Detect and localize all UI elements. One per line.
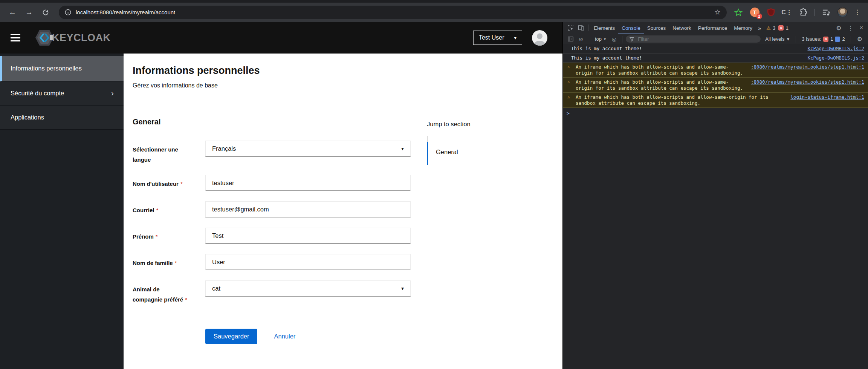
page-title: Informations personnelles [133,65,562,77]
console-warning-row: ⚠ :8080/realms/myrealm…ookies/step2.html… [563,78,868,93]
warning-source-link[interactable]: login-status-iframe.html:1 [790,94,864,100]
toolbar-separator [589,36,589,43]
lastname-label: Nom de famille* [133,254,205,270]
user-menu-dropdown[interactable]: Test User ▾ [473,31,522,45]
extensions-puzzle-icon[interactable] [798,8,808,17]
site-info-icon[interactable] [65,9,71,15]
javascript-context-dropdown[interactable]: top ▾ [593,36,608,42]
tab-performance[interactable]: Performance [695,22,730,34]
page-subtitle: Gérez vos informations de base [133,82,562,89]
locale-select-value: Français [212,145,236,152]
personal-info-form: Sélectionner une langue Français ▾ [133,141,420,344]
console-filter[interactable] [626,35,761,43]
devtools-settings-gear-icon[interactable]: ⚙ [833,24,844,32]
lastname-field[interactable] [205,254,411,270]
keycloak-logo: KEYCLOAK [35,29,111,46]
shield-extension-icon[interactable] [766,8,776,17]
console-settings-gear-icon[interactable]: ⚙ [854,35,865,43]
url-text: localhost:8080/realms/myrealm/account [76,9,175,15]
sidebar-item-account-security[interactable]: Sécurité du compte › [0,81,124,106]
firstname-field[interactable] [205,228,411,244]
user-avatar[interactable] [532,30,547,46]
log-source-link[interactable]: KcPage-DwOMBILS.js:2 [807,55,864,61]
jump-to-section-title: Jump to section [427,121,513,128]
jump-link-general[interactable]: General [427,142,513,165]
chevron-right-icon: › [111,89,114,98]
form-actions: Sauvegarder Annuler [205,329,420,344]
form-row-firstname: Prénom* [133,228,420,244]
console-log-area[interactable]: KcPage-DwOMBILS.js:2 This is my account … [563,44,868,369]
console-toolbar: ⊘ top ▾ ◎ All levels ▾ 3 Issue [563,34,868,44]
devtools-close-icon[interactable]: × [857,24,866,31]
back-icon[interactable]: ← [6,6,19,19]
warning-icon: ⚠ [766,25,771,31]
required-marker: * [185,296,187,303]
braille-c-extension-icon[interactable]: C⋮ [782,8,792,17]
form-row-email: Courriel* [133,201,420,217]
sidebar-item-label: Applications [11,114,44,121]
console-log-row: KcPage-DwOMBILS.js:2 This is my account … [563,44,868,54]
browser-menu-kebab-icon[interactable]: ⋮ [854,8,860,16]
issues-counter[interactable]: 3 Issues: ✕ 1 ☰ 2 [799,36,847,42]
tab-console[interactable]: Console [618,22,644,34]
toolbar-separator [796,36,796,43]
browser-toolbar: ← → localhost:8080/realms/myrealm/accoun… [0,0,868,22]
t-extension-icon[interactable]: T 2 [750,8,760,17]
email-field[interactable] [205,201,411,217]
log-source-link[interactable]: KcPage-DwOMBILS.js:2 [807,46,864,52]
locale-select[interactable]: Français ▾ [205,141,411,157]
filter-input[interactable] [637,36,757,42]
media-controls-icon[interactable] [821,8,831,17]
warning-source-link[interactable]: :8080/realms/myrealm…ookies/step2.html:1 [751,79,864,85]
console-sidebar-toggle-icon[interactable] [566,35,575,43]
console-prompt[interactable]: > [563,108,868,119]
cancel-button[interactable]: Annuler [272,332,298,340]
tab-memory[interactable]: Memory [730,22,756,34]
console-error-count[interactable]: ✕ 1 [778,25,789,31]
reload-icon[interactable] [39,6,52,19]
extensions-area: T 2 C⋮ ⋮ [734,7,862,17]
save-button[interactable]: Sauvegarder [205,329,257,344]
warning-icon: ⚠ [567,64,570,70]
log-levels-dropdown[interactable]: All levels ▾ [762,36,792,42]
jump-to-section-panel: Jump to section General [427,121,513,165]
device-toolbar-icon[interactable] [576,23,586,33]
warning-source-link[interactable]: :8080/realms/myrealm…ookies/step1.html:1 [751,64,864,70]
email-label: Courriel* [133,201,205,217]
tab-elements[interactable]: Elements [590,22,618,34]
nav-toggle-hamburger-icon[interactable] [11,34,20,42]
address-bar[interactable]: localhost:8080/realms/myrealm/account ☆ [59,6,727,19]
green-star-extension-icon[interactable] [734,8,743,17]
tab-sources[interactable]: Sources [644,22,669,34]
required-marker: * [156,233,158,240]
masthead: KEYCLOAK Test User ▾ [0,22,562,54]
sidebar-item-label: Sécurité du compte [11,90,64,97]
bookmark-star-icon[interactable]: ☆ [714,8,721,17]
sidebar-item-personal-info[interactable]: Informations personnelles [0,56,124,81]
live-expression-icon[interactable]: ◎ [610,35,619,43]
forward-icon[interactable]: → [23,6,35,19]
console-warning-count[interactable]: ⚠ 3 [766,25,775,31]
clear-console-icon[interactable]: ⊘ [576,35,585,43]
tabbar-separator [588,24,588,31]
warning-icon: ⚠ [567,79,570,85]
caret-down-icon: ▾ [401,285,404,291]
devtools-tabbar: Elements Console Sources Network Perform… [563,22,868,34]
devtools-kebab-icon[interactable]: ⋮ [845,24,856,32]
inspect-element-icon[interactable] [565,23,576,33]
sidebar-item-label: Informations personnelles [11,65,82,72]
tab-network[interactable]: Network [669,22,695,34]
favorite-pet-select[interactable]: cat ▾ [205,280,411,297]
browser-profile-avatar[interactable] [837,7,848,17]
caret-down-icon: ▾ [787,36,790,42]
keycloak-logo-icon [35,29,54,46]
username-field[interactable] [205,175,411,191]
warning-icon: ⚠ [567,94,570,100]
more-tabs-icon[interactable]: » [756,25,763,31]
caret-down-icon: ▾ [514,35,517,41]
username-label: Nom d'utilisateur* [133,175,205,191]
form-row-locale: Sélectionner une langue Français ▾ [133,141,420,165]
required-marker: * [156,207,159,213]
toolbar-separator [851,36,851,43]
sidebar-item-applications[interactable]: Applications [0,106,124,130]
